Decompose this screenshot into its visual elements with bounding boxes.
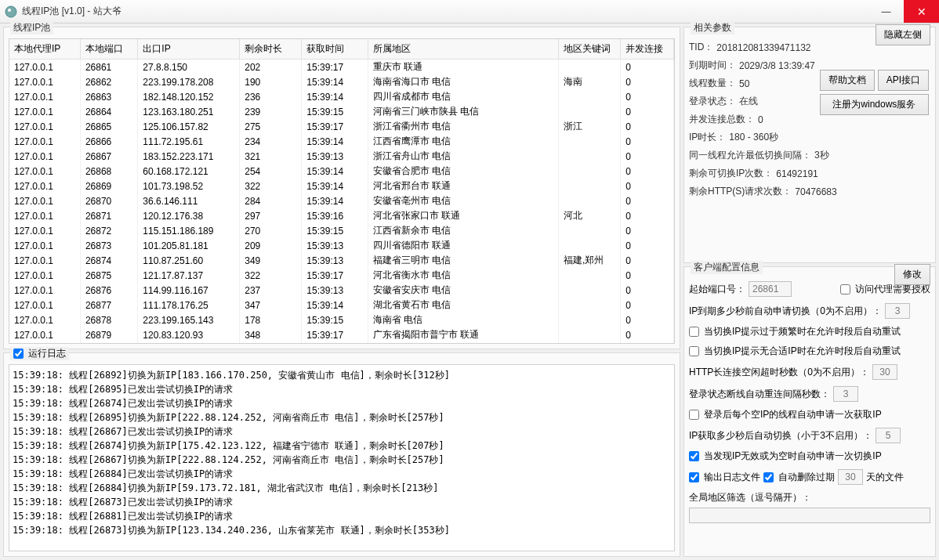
cell-remain: 351 bbox=[240, 342, 302, 344]
cell-out: 36.6.146.111 bbox=[138, 193, 240, 208]
ip-table-wrap[interactable]: 本地代理IP本地端口出口IP剩余时长获取时间所属地区地区关键词并发连接 127.… bbox=[9, 38, 675, 344]
ip-duration-label: IP时长： bbox=[689, 131, 726, 144]
cell-time: 15:39:15 bbox=[302, 223, 368, 238]
table-row[interactable]: 127.0.0.126871120.12.176.3829715:39:16河北… bbox=[9, 208, 674, 223]
table-row[interactable]: 127.0.0.126867183.152.223.17132115:39:13… bbox=[9, 149, 674, 164]
auto-del-checkbox[interactable] bbox=[763, 472, 774, 482]
cell-port: 26867 bbox=[80, 149, 137, 164]
cell-port: 26866 bbox=[80, 134, 137, 149]
cell-out: 111.178.176.25 bbox=[138, 298, 240, 313]
col-header[interactable]: 并发连接 bbox=[621, 39, 674, 60]
http-idle-input[interactable] bbox=[872, 364, 897, 380]
cell-conn: 0 bbox=[621, 74, 674, 89]
table-row[interactable]: 127.0.0.126875121.17.87.13732215:39:17河北… bbox=[9, 268, 674, 283]
retry-freq-checkbox[interactable] bbox=[689, 327, 699, 337]
api-button[interactable]: API接口 bbox=[878, 70, 929, 91]
help-doc-button[interactable]: 帮助文档 bbox=[820, 70, 875, 91]
table-row[interactable]: 127.0.0.126874110.87.251.6034915:39:13福建… bbox=[9, 253, 674, 268]
cell-time: 15:39:14 bbox=[302, 134, 368, 149]
cell-remain: 348 bbox=[240, 327, 302, 342]
log-textarea[interactable]: 15:39:18: 线程[26892]切换为新IP[183.166.170.25… bbox=[9, 364, 675, 551]
table-row[interactable]: 127.0.0.126880120.9.141.12035115:39:14河北… bbox=[9, 342, 674, 344]
cell-kw bbox=[559, 104, 621, 119]
cell-remain: 322 bbox=[240, 179, 302, 193]
cell-region: 浙江省舟山市 电信 bbox=[368, 149, 559, 164]
client-title: 客户端配置信息 bbox=[691, 261, 763, 274]
col-header[interactable]: 出口IP bbox=[138, 39, 240, 60]
cell-port: 26870 bbox=[80, 193, 137, 208]
table-row[interactable]: 127.0.0.126869101.73.198.5232215:39:14河北… bbox=[9, 179, 674, 193]
auto-fetch-label: 登录后每个空IP的线程自动申请一次获取IP bbox=[704, 408, 882, 421]
close-button[interactable]: ✕ bbox=[904, 0, 939, 23]
table-row[interactable]: 127.0.0.12686860.168.172.12125415:39:14安… bbox=[9, 164, 674, 179]
titlebar: 线程IP池 [v1.0] - 站大爷 — ✕ bbox=[0, 0, 939, 23]
auto-del-label: 自动删除过期 bbox=[778, 471, 835, 484]
col-header[interactable]: 获取时间 bbox=[302, 39, 368, 60]
cell-time: 15:39:15 bbox=[302, 104, 368, 119]
cell-kw: 海南 bbox=[559, 74, 621, 89]
retry-nofit-checkbox[interactable] bbox=[689, 346, 699, 356]
table-row[interactable]: 127.0.0.126865125.106.157.8227515:39:17浙… bbox=[9, 119, 674, 134]
col-header[interactable]: 本地端口 bbox=[80, 39, 137, 60]
cell-kw bbox=[559, 283, 621, 298]
retry-freq-label: 当切换IP提示过于频繁时在允许时段后自动重试 bbox=[704, 325, 901, 338]
cell-ip: 127.0.0.1 bbox=[9, 179, 80, 193]
cell-ip: 127.0.0.1 bbox=[9, 208, 80, 223]
cell-time: 15:39:14 bbox=[302, 164, 368, 179]
cell-conn: 0 bbox=[621, 119, 674, 134]
col-header[interactable]: 剩余时长 bbox=[240, 39, 302, 60]
auto-fetch-checkbox[interactable] bbox=[689, 410, 699, 420]
cell-ip: 127.0.0.1 bbox=[9, 223, 80, 238]
ip-expire-input[interactable] bbox=[885, 303, 910, 319]
cell-port: 26872 bbox=[80, 223, 137, 238]
col-header[interactable]: 本地代理IP bbox=[9, 39, 80, 60]
svg-point-1 bbox=[8, 9, 11, 12]
hide-left-button[interactable]: 隐藏左侧 bbox=[876, 24, 930, 45]
table-row[interactable]: 127.0.0.126878223.199.165.14317815:39:15… bbox=[9, 313, 674, 327]
cell-ip: 127.0.0.1 bbox=[9, 104, 80, 119]
minimize-button[interactable]: — bbox=[868, 0, 904, 23]
region-filter-input[interactable] bbox=[689, 508, 930, 523]
output-log-checkbox[interactable] bbox=[689, 472, 699, 482]
params-title: 相关参数 bbox=[691, 21, 734, 34]
table-row[interactable]: 127.0.0.126864123.163.180.25123915:39:15… bbox=[9, 104, 674, 119]
modify-button[interactable]: 修改 bbox=[894, 264, 930, 285]
cell-out: 125.106.157.82 bbox=[138, 119, 240, 134]
table-row[interactable]: 127.0.0.126876114.99.116.16723715:39:13安… bbox=[9, 283, 674, 298]
register-service-button[interactable]: 注册为windows服务 bbox=[820, 94, 929, 115]
col-header[interactable]: 所属地区 bbox=[368, 39, 559, 60]
table-row[interactable]: 127.0.0.126872115.151.186.18927015:39:15… bbox=[9, 223, 674, 238]
table-row[interactable]: 127.0.0.126879120.83.120.9334815:39:17广东… bbox=[9, 327, 674, 342]
cell-kw: 福建,郑州 bbox=[559, 253, 621, 268]
cell-conn: 0 bbox=[621, 149, 674, 164]
table-row[interactable]: 127.0.0.126873101.205.81.18120915:39:13四… bbox=[9, 238, 674, 253]
retry-nofit-label: 当切换IP提示无合适IP时在允许时段后自动重试 bbox=[704, 345, 901, 358]
login-value: 在线 bbox=[739, 95, 758, 108]
table-row[interactable]: 127.0.0.126862223.199.178.20819015:39:14… bbox=[9, 74, 674, 89]
log-enable-checkbox[interactable] bbox=[13, 349, 24, 359]
table-row[interactable]: 127.0.0.12687036.6.146.11128415:39:14安徽省… bbox=[9, 193, 674, 208]
threads-label: 线程数量： bbox=[689, 77, 736, 90]
relogin-input[interactable] bbox=[833, 386, 858, 402]
table-row[interactable]: 127.0.0.126863182.148.120.15223615:39:14… bbox=[9, 89, 674, 104]
cell-time: 15:39:17 bbox=[302, 60, 368, 75]
table-row[interactable]: 127.0.0.12686127.8.8.15020215:39:17重庆市 联… bbox=[9, 60, 674, 75]
auto-del-days-input[interactable] bbox=[838, 469, 863, 485]
table-row[interactable]: 127.0.0.126866111.72.195.6123415:39:14江西… bbox=[9, 134, 674, 149]
col-header[interactable]: 地区关键词 bbox=[559, 39, 621, 60]
cell-port: 26868 bbox=[80, 164, 137, 179]
cell-port: 26862 bbox=[80, 74, 137, 89]
cell-ip: 127.0.0.1 bbox=[9, 253, 80, 268]
cell-remain: 347 bbox=[240, 298, 302, 313]
table-row[interactable]: 127.0.0.126877111.178.176.2534715:39:14湖… bbox=[9, 298, 674, 313]
cell-remain: 297 bbox=[240, 208, 302, 223]
post-fetch-input[interactable] bbox=[876, 428, 901, 443]
start-port-input[interactable] bbox=[749, 281, 792, 297]
threads-value: 50 bbox=[739, 78, 749, 89]
auto-switch-invalid-checkbox[interactable] bbox=[689, 451, 699, 461]
cell-remain: 234 bbox=[240, 134, 302, 149]
cell-region: 海南省 电信 bbox=[368, 313, 559, 327]
cell-port: 26880 bbox=[80, 342, 137, 344]
cell-region: 江西省新余市 电信 bbox=[368, 223, 559, 238]
auth-checkbox[interactable] bbox=[840, 284, 850, 294]
